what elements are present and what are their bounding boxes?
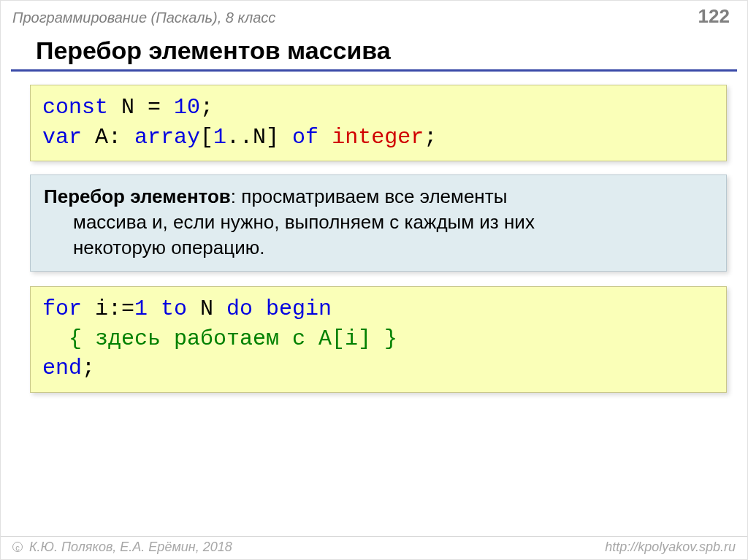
keyword-for: for bbox=[42, 296, 82, 321]
slide-container: Программирование (Паскаль), 8 класс 122 … bbox=[0, 0, 748, 560]
copyright-icon: с bbox=[12, 542, 23, 552]
code-text: i:= bbox=[82, 296, 134, 321]
code-text bbox=[318, 125, 332, 150]
keyword-of: of bbox=[292, 125, 318, 150]
code-text: N bbox=[108, 95, 148, 120]
keyword-const: const bbox=[42, 95, 108, 120]
page-number: 122 bbox=[698, 5, 730, 28]
definition-box: Перебор элементов: просматриваем все эле… bbox=[30, 174, 727, 272]
code-block-loop: for i:=1 to N do begin { здесь работаем … bbox=[30, 286, 727, 393]
code-line: for i:=1 to N do begin bbox=[42, 294, 714, 324]
code-text: N bbox=[187, 296, 226, 321]
definition-rest: : просматриваем все элементы bbox=[231, 185, 507, 207]
definition-line: массива и, если нужно, выполняем с кажды… bbox=[44, 210, 713, 235]
keyword-var: var bbox=[42, 125, 82, 150]
keyword-to: to bbox=[148, 296, 187, 321]
slide-title: Перебор элементов массива bbox=[11, 31, 737, 72]
code-block-declaration: const N = 10; var A: array[1..N] of inte… bbox=[30, 85, 727, 161]
code-text: = bbox=[148, 95, 161, 120]
code-line: { здесь работаем с A[i] } bbox=[42, 324, 714, 354]
keyword-array: array bbox=[134, 125, 200, 150]
code-text: ; bbox=[424, 125, 437, 150]
keyword-do: do bbox=[226, 296, 253, 321]
slide-header: Программирование (Паскаль), 8 класс 122 bbox=[1, 1, 747, 31]
definition-line: некоторую операцию. bbox=[44, 235, 713, 261]
keyword-end: end bbox=[42, 356, 82, 380]
code-text: A: bbox=[82, 125, 134, 150]
code-comment: { здесь работаем с A[i] } bbox=[42, 326, 397, 351]
code-line: var A: array[1..N] of integer; bbox=[42, 123, 714, 153]
keyword-begin: begin bbox=[266, 296, 332, 321]
number-literal: 1 bbox=[213, 125, 226, 150]
code-text: ..N] bbox=[226, 125, 292, 150]
copyright: с К.Ю. Поляков, Е.А. Ерёмин, 2018 bbox=[12, 540, 232, 555]
code-text bbox=[253, 296, 266, 321]
number-literal: 1 bbox=[134, 296, 148, 321]
number-literal: 10 bbox=[161, 95, 200, 120]
definition-text: Перебор элементов: просматриваем все эле… bbox=[44, 185, 507, 207]
code-text: ; bbox=[200, 95, 213, 120]
type-integer: integer bbox=[332, 125, 424, 150]
slide-footer: с К.Ю. Поляков, Е.А. Ерёмин, 2018 http:/… bbox=[1, 536, 747, 555]
code-line: end; bbox=[42, 353, 714, 383]
course-label: Программирование (Паскаль), 8 класс bbox=[12, 9, 275, 26]
definition-term: Перебор элементов bbox=[44, 185, 231, 207]
footer-url: http://kpolyakov.spb.ru bbox=[605, 540, 736, 555]
code-text: [ bbox=[200, 125, 213, 150]
code-text: ; bbox=[82, 356, 95, 380]
authors: К.Ю. Поляков, Е.А. Ерёмин, 2018 bbox=[26, 540, 232, 554]
code-line: const N = 10; bbox=[42, 93, 714, 123]
